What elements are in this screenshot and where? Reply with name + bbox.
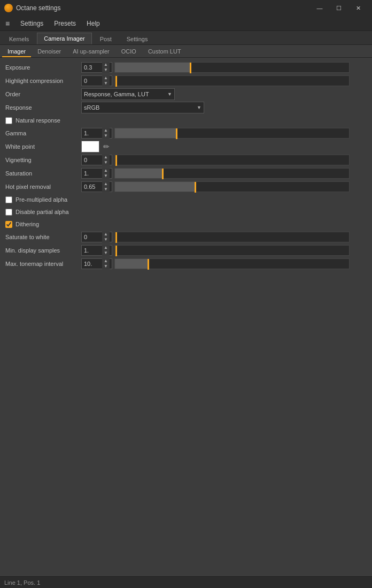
response-row: Response sRGB ▼ bbox=[2, 101, 370, 114]
min-display-samples-up[interactable]: ▲ bbox=[102, 245, 110, 250]
max-tonemap-interval-label: Max. tonemap interval bbox=[2, 261, 81, 267]
max-tonemap-interval-input: 10. ▲ ▼ bbox=[81, 258, 350, 269]
gamma-spinbox[interactable]: 1. ▲ ▼ bbox=[81, 128, 112, 139]
tab-ai-upsampler[interactable]: AI up-sampler bbox=[67, 47, 114, 57]
pre-multiplied-alpha-checkbox[interactable] bbox=[5, 196, 12, 203]
min-display-samples-slider[interactable] bbox=[114, 245, 350, 256]
hot-pixel-removal-down[interactable]: ▼ bbox=[102, 187, 110, 192]
saturation-row: Saturation 1. ▲ ▼ bbox=[2, 167, 370, 180]
white-point-row: White point ✏ bbox=[2, 140, 370, 153]
exposure-spinbox[interactable]: 0.3 ▲ ▼ bbox=[81, 62, 112, 73]
vignetting-slider[interactable] bbox=[114, 155, 350, 165]
menu-help[interactable]: Help bbox=[81, 16, 105, 31]
saturate-to-white-spinbox[interactable]: 0 ▲ ▼ bbox=[81, 232, 112, 242]
saturation-spinbox[interactable]: 1. ▲ ▼ bbox=[81, 168, 112, 179]
min-display-samples-value: 1. bbox=[84, 247, 102, 254]
titlebar: Octane settings — ☐ ✕ bbox=[0, 0, 372, 16]
gamma-arrows: ▲ ▼ bbox=[102, 128, 110, 139]
saturate-to-white-arrows: ▲ ▼ bbox=[102, 232, 110, 242]
vignetting-down[interactable]: ▼ bbox=[102, 160, 110, 165]
white-point-label: White point bbox=[2, 143, 81, 150]
hot-pixel-removal-label: Hot pixel removal bbox=[2, 184, 81, 190]
hot-pixel-removal-spinbox[interactable]: 0.65 ▲ ▼ bbox=[81, 181, 112, 192]
saturation-slider[interactable] bbox=[114, 168, 350, 179]
natural-response-label[interactable]: Natural response bbox=[15, 117, 60, 124]
dithering-label[interactable]: Dithering bbox=[15, 221, 39, 227]
content-area: Exposure 0.3 ▲ ▼ Highlight compression 0… bbox=[0, 58, 372, 274]
natural-response-checkbox[interactable] bbox=[5, 117, 12, 124]
tab-denoiser[interactable]: Denoiser bbox=[32, 47, 66, 57]
gamma-up[interactable]: ▲ bbox=[102, 128, 110, 133]
max-tonemap-interval-slider[interactable] bbox=[114, 258, 350, 269]
highlight-compression-up[interactable]: ▲ bbox=[102, 75, 110, 81]
vignetting-value: 0 bbox=[84, 157, 102, 163]
highlight-compression-value: 0 bbox=[84, 78, 102, 84]
sub-tabbar: Imager Denoiser AI up-sampler OCIO Custo… bbox=[0, 45, 372, 58]
highlight-compression-slider[interactable] bbox=[114, 75, 350, 86]
minimize-button[interactable]: — bbox=[310, 0, 329, 16]
gamma-slider-fill bbox=[115, 128, 176, 138]
saturate-to-white-marker bbox=[115, 232, 117, 243]
hot-pixel-removal-up[interactable]: ▲ bbox=[102, 181, 110, 187]
tab-custom-lut[interactable]: Custom LUT bbox=[143, 47, 187, 57]
tab-settings[interactable]: Settings bbox=[120, 33, 155, 44]
saturate-to-white-slider[interactable] bbox=[114, 232, 350, 242]
saturate-to-white-value: 0 bbox=[84, 234, 102, 240]
tab-ocio[interactable]: OCIO bbox=[116, 47, 142, 57]
highlight-compression-down[interactable]: ▼ bbox=[102, 81, 110, 86]
exposure-up[interactable]: ▲ bbox=[102, 62, 110, 67]
max-tonemap-interval-down[interactable]: ▼ bbox=[102, 264, 110, 269]
highlight-compression-spinbox[interactable]: 0 ▲ ▼ bbox=[81, 75, 112, 86]
vignetting-spinbox[interactable]: 0 ▲ ▼ bbox=[81, 155, 112, 165]
disable-partial-alpha-checkbox[interactable] bbox=[5, 209, 12, 216]
pre-multiplied-alpha-label[interactable]: Pre-multiplied alpha bbox=[15, 196, 67, 203]
highlight-compression-input: 0 ▲ ▼ bbox=[81, 75, 350, 86]
menu-presets[interactable]: Presets bbox=[49, 16, 81, 31]
min-display-samples-spinbox[interactable]: 1. ▲ ▼ bbox=[81, 245, 112, 256]
close-button[interactable]: ✕ bbox=[348, 0, 368, 16]
tab-post[interactable]: Post bbox=[93, 33, 119, 44]
max-tonemap-interval-arrows: ▲ ▼ bbox=[102, 258, 110, 269]
hot-pixel-removal-value: 0.65 bbox=[84, 184, 102, 190]
gamma-down[interactable]: ▼ bbox=[102, 133, 110, 139]
exposure-label: Exposure bbox=[2, 64, 81, 71]
order-label: Order bbox=[2, 91, 81, 97]
max-tonemap-interval-up[interactable]: ▲ bbox=[102, 258, 110, 264]
exposure-slider[interactable] bbox=[114, 62, 350, 73]
order-dropdown[interactable]: Response, Gamma, LUT ▼ bbox=[81, 88, 175, 100]
vignetting-up[interactable]: ▲ bbox=[102, 155, 110, 160]
disable-partial-alpha-label[interactable]: Disable partial alpha bbox=[15, 209, 69, 215]
tab-imager[interactable]: Imager bbox=[2, 47, 31, 57]
order-input: Response, Gamma, LUT ▼ bbox=[81, 88, 175, 100]
highlight-compression-label: Highlight compression bbox=[2, 78, 81, 84]
white-point-swatch[interactable] bbox=[81, 141, 99, 152]
vignetting-label: Vignetting bbox=[2, 157, 81, 163]
tab-camera-imager[interactable]: Camera Imager bbox=[37, 33, 91, 44]
gamma-slider-marker bbox=[176, 128, 177, 139]
vignetting-arrows: ▲ ▼ bbox=[102, 155, 110, 165]
exposure-down[interactable]: ▼ bbox=[102, 67, 110, 73]
dithering-checkbox[interactable] bbox=[5, 221, 12, 228]
saturation-up[interactable]: ▲ bbox=[102, 168, 110, 173]
order-dropdown-arrow: ▼ bbox=[167, 91, 172, 97]
main-tabbar: Kernels Camera Imager Post Settings bbox=[0, 31, 372, 45]
hot-pixel-removal-marker bbox=[195, 182, 196, 193]
response-dropdown[interactable]: sRGB ▼ bbox=[81, 102, 204, 113]
saturation-down[interactable]: ▼ bbox=[102, 173, 110, 179]
maximize-button[interactable]: ☐ bbox=[329, 0, 348, 16]
eyedropper-button[interactable]: ✏ bbox=[100, 141, 112, 152]
max-tonemap-interval-marker bbox=[148, 259, 149, 270]
tab-kernels[interactable]: Kernels bbox=[2, 33, 36, 44]
dithering-row: Dithering bbox=[2, 218, 370, 230]
saturate-to-white-down[interactable]: ▼ bbox=[102, 237, 110, 242]
saturate-to-white-up[interactable]: ▲ bbox=[102, 232, 110, 237]
saturation-input: 1. ▲ ▼ bbox=[81, 168, 350, 179]
gamma-slider[interactable] bbox=[114, 128, 350, 139]
hot-pixel-removal-row: Hot pixel removal 0.65 ▲ ▼ bbox=[2, 180, 370, 193]
hot-pixel-removal-slider[interactable] bbox=[114, 181, 350, 192]
saturate-to-white-row: Saturate to white 0 ▲ ▼ bbox=[2, 231, 370, 243]
menu-settings[interactable]: Settings bbox=[15, 16, 49, 31]
min-display-samples-down[interactable]: ▼ bbox=[102, 250, 110, 256]
hamburger-menu[interactable]: ≡ bbox=[0, 16, 15, 31]
max-tonemap-interval-spinbox[interactable]: 10. ▲ ▼ bbox=[81, 258, 112, 269]
